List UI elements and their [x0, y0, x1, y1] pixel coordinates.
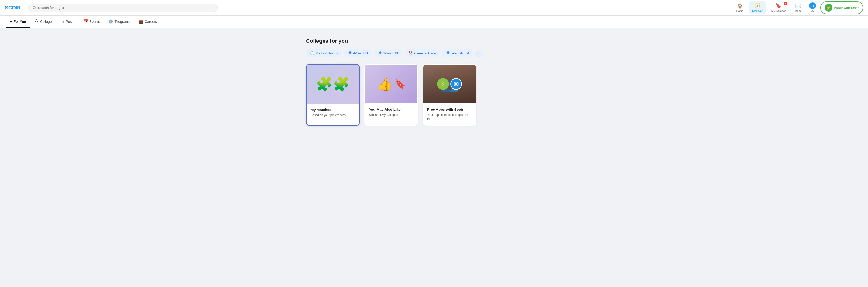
user-avatar: C	[809, 2, 816, 9]
my-colleges-icon: 🔖	[776, 3, 782, 9]
chip-2-year-us[interactable]: 🏛 2-Year US	[374, 49, 402, 57]
events-icon: 📅	[83, 19, 88, 24]
nav-item-home[interactable]: 🏠 Home	[733, 1, 747, 14]
thumbs-icon: 👍 🔖	[377, 77, 406, 92]
sub-nav-label-events: Events	[90, 20, 100, 24]
programs-icon: ⚙️	[108, 19, 113, 24]
svg-point-0	[33, 6, 35, 9]
card-image-my-matches: 🧩🧩	[307, 65, 359, 104]
apply-icon: ⚡	[825, 4, 833, 12]
main-content: Colleges for you 🕐 My Last Search 🏛 4-Ye…	[300, 28, 568, 135]
puzzle-icon: 🧩🧩	[316, 76, 350, 92]
sub-nav-item-careers[interactable]: 💼 Careers	[134, 16, 161, 28]
header-nav: 🏠 Home 🧭 Discover 1 🔖 My Colleges ✉️ Inb…	[733, 1, 863, 14]
sub-nav-label-posts: Posts	[66, 20, 74, 24]
sub-nav-label-programs: Programs	[115, 20, 130, 24]
sub-nav: ♥ For You 🏛 Colleges # Posts 📅 Events ⚙️…	[0, 15, 868, 28]
home-icon: 🏠	[737, 3, 743, 9]
history-icon: 🕐	[310, 51, 314, 55]
colleges-icon: 🏛	[35, 20, 39, 24]
me-label: Me	[811, 10, 814, 13]
scissors-icon: ✂️	[408, 51, 412, 55]
me-dropdown[interactable]: C Me	[807, 1, 818, 14]
apply-button[interactable]: ⚡ Apply with Scoir	[820, 1, 863, 14]
search-input[interactable]	[38, 6, 214, 10]
chip-my-last-search[interactable]: 🕐 My Last Search	[306, 49, 342, 57]
sub-nav-item-posts[interactable]: # Posts	[58, 16, 78, 28]
card-my-matches[interactable]: 🧩🧩 My Matches Based on your preferences	[306, 64, 360, 125]
chip-career-trade[interactable]: ✂️ Career & Trade	[404, 49, 440, 57]
nav-label-home: Home	[736, 9, 743, 12]
section-title: Colleges for you	[306, 38, 562, 44]
posts-icon: #	[62, 20, 64, 24]
for-you-icon: ♥	[10, 20, 12, 24]
svg-point-3	[455, 83, 457, 85]
university-icon-1: 🏛	[348, 51, 352, 55]
search-bar[interactable]	[28, 4, 218, 12]
sub-nav-label-careers: Careers	[145, 20, 157, 24]
card-desc-my-matches: Based on your preferences	[311, 113, 355, 117]
university-icon-2: 🏛	[378, 51, 382, 55]
nav-item-inbox[interactable]: ✉️ Inbox	[792, 1, 805, 14]
card-title-free-apps: Free Apps with Scoir	[427, 107, 472, 111]
bookmark-icon: 🔖	[395, 79, 406, 89]
lightning-icon: ⚡	[437, 78, 449, 90]
nav-item-my-colleges[interactable]: 1 🔖 My Colleges	[768, 1, 790, 14]
inbox-icon: ✉️	[795, 3, 801, 9]
careers-icon: 💼	[138, 19, 143, 24]
nav-label-inbox: Inbox	[795, 9, 801, 12]
my-colleges-badge: 1	[784, 2, 787, 5]
card-title-you-may-also-like: You May Also Like	[369, 107, 413, 111]
card-free-apps[interactable]: 👥 ⚡ Free Apps with Scoir	[423, 64, 476, 125]
sub-nav-label-for-you: For You	[13, 20, 26, 24]
chip-label-career-trade: Career & Trade	[414, 51, 436, 55]
nav-label-discover: Discover	[752, 9, 763, 12]
search-icon	[32, 6, 36, 10]
header: SCOIR 🏠 Home 🧭 Discover 1 🔖 My Colleges …	[0, 0, 868, 15]
chip-scroll-right[interactable]: ›	[475, 49, 483, 57]
chip-label-4-year-us: 4-Year US	[353, 51, 368, 55]
sub-nav-item-events[interactable]: 📅 Events	[79, 16, 104, 28]
filter-chips: 🕐 My Last Search 🏛 4-Year US 🏛 2-Year US…	[306, 49, 562, 57]
discover-icon: 🧭	[754, 3, 761, 9]
card-you-may-also-like[interactable]: 👍 🔖 You May Also Like Similar to My Coll…	[365, 64, 418, 125]
university-icon-3: 🏛	[446, 51, 450, 55]
sub-nav-item-colleges[interactable]: 🏛 Colleges	[31, 16, 57, 28]
card-title-my-matches: My Matches	[311, 108, 355, 112]
chip-international[interactable]: 🏛 International	[442, 49, 473, 57]
cards-grid: 🧩🧩 My Matches Based on your preferences …	[306, 64, 562, 125]
card-body-my-matches: My Matches Based on your preferences	[307, 104, 359, 121]
card-body-you-may-also-like: You May Also Like Similar to My Colleges	[365, 103, 417, 121]
nav-item-discover[interactable]: 🧭 Discover	[749, 1, 766, 14]
logo[interactable]: SCOIR	[5, 5, 24, 11]
chip-label-2-year-us: 2-Year US	[383, 51, 398, 55]
card-image-free-apps: 👥 ⚡	[423, 65, 476, 103]
chip-label-international: International	[451, 51, 469, 55]
card-image-you-may-also-like: 👍 🔖	[365, 65, 417, 103]
thumbs-up-icon: 👍	[377, 77, 393, 92]
chip-4-year-us[interactable]: 🏛 4-Year US	[344, 49, 372, 57]
sub-nav-item-programs[interactable]: ⚙️ Programs	[104, 16, 133, 28]
chip-label-my-last-search: My Last Search	[316, 51, 338, 55]
card-desc-free-apps: Your apps to these colleges are free	[427, 113, 472, 121]
apply-button-label: Apply with Scoir	[834, 6, 859, 9]
scoir-logo-icon	[450, 78, 462, 90]
nav-label-my-colleges: My Colleges	[771, 9, 786, 12]
sub-nav-item-for-you[interactable]: ♥ For You	[6, 16, 30, 28]
card-body-free-apps: Free Apps with Scoir Your apps to these …	[423, 103, 476, 125]
card-desc-you-may-also-like: Similar to My Colleges	[369, 113, 413, 117]
sub-nav-label-colleges: Colleges	[40, 20, 53, 24]
